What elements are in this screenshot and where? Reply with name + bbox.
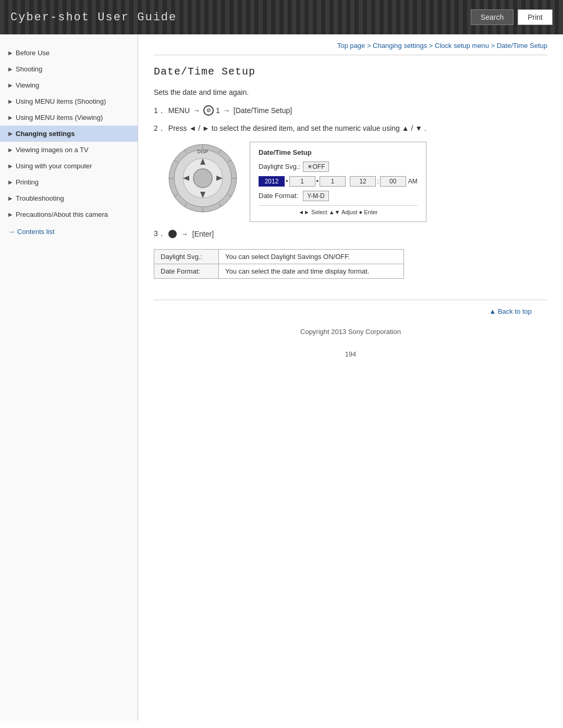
sidebar-item-menu-shooting[interactable]: ▶ Using MENU items (Shooting): [0, 93, 138, 109]
back-to-top-link[interactable]: ▲ Back to top: [489, 307, 532, 315]
ampm-value: AM: [408, 178, 418, 185]
sidebar-item-viewing-tv[interactable]: ▶ Viewing images on a TV: [0, 142, 138, 158]
breadcrumb-top[interactable]: Top page: [337, 42, 365, 50]
breadcrumb: Top page > Changing settings > Clock set…: [154, 34, 547, 55]
table-cell-value-1: You can select Daylight Savings ON/OFF.: [218, 249, 403, 264]
sidebar-item-label: Using MENU items (Shooting): [16, 97, 106, 105]
breadcrumb-changing-settings[interactable]: Changing settings: [373, 42, 427, 50]
print-button[interactable]: Print: [518, 9, 553, 25]
sidebar-arrow-icon: ▶: [8, 66, 13, 72]
sidebar-arrow-icon: ▶: [8, 131, 13, 137]
date-format-row: Date Format: Y-M-D: [259, 191, 418, 201]
step-1-content: MENU → ⊙ 1 → [Date/Time Setup]: [168, 105, 292, 116]
step1-num: 1: [216, 105, 220, 116]
arrow-right-icon: →: [8, 228, 15, 236]
sidebar-arrow-icon: ▶: [8, 147, 13, 153]
sidebar-item-changing-settings[interactable]: ▶ Changing settings: [0, 126, 138, 142]
sidebar-item-label: Viewing: [16, 81, 39, 89]
menu-circle-icon: ⊙: [203, 105, 214, 116]
sidebar-item-computer[interactable]: ▶ Using with your computer: [0, 158, 138, 174]
day-value: 1: [320, 176, 346, 187]
sidebar-item-label: Troubleshooting: [16, 194, 64, 202]
step1-target: [Date/Time Setup]: [234, 105, 292, 116]
sep1: •: [286, 177, 288, 185]
sidebar-item-troubleshooting[interactable]: ▶ Troubleshooting: [0, 190, 138, 206]
breadcrumb-current: Date/Time Setup: [497, 42, 547, 50]
datetime-setup-panel: Date/Time Setup Daylight Svg.: ☀OFF 2012…: [250, 142, 426, 222]
table-cell-label-1: Daylight Svg.:: [154, 249, 219, 264]
date-format-label: Date Format:: [259, 192, 303, 200]
svg-text:DISP: DISP: [197, 149, 208, 154]
sidebar-item-before-use[interactable]: ▶ Before Use: [0, 45, 138, 61]
page-title: Date/Time Setup: [154, 66, 547, 78]
sidebar-item-printing[interactable]: ▶ Printing: [0, 174, 138, 190]
sep2: •: [316, 177, 319, 185]
step3-arrow: →: [181, 230, 188, 238]
step-2: 2． Press ◄ / ► to select the desired ite…: [154, 122, 547, 134]
sidebar-item-shooting[interactable]: ▶ Shooting: [0, 61, 138, 77]
step-2-content: Press ◄ / ► to select the desired item, …: [168, 122, 426, 134]
sidebar-item-label: Viewing images on a TV: [16, 146, 89, 154]
description: Sets the date and time again.: [154, 88, 547, 96]
breadcrumb-sep3: >: [491, 42, 497, 50]
sidebar-arrow-icon: ▶: [8, 179, 13, 185]
table-row-dateformat: Date Format: You can select the date and…: [154, 264, 404, 278]
sidebar-arrow-icon: ▶: [8, 195, 13, 201]
table-row-daylight: Daylight Svg.: You can select Daylight S…: [154, 249, 404, 264]
sep3: :: [377, 177, 379, 185]
arrow-icon-2: →: [223, 105, 230, 116]
table-cell-value-2: You can select the date and time display…: [218, 264, 403, 278]
contents-list-link[interactable]: → Contents list: [0, 223, 138, 241]
page-content: Date/Time Setup Sets the date and time a…: [154, 55, 547, 279]
sidebar-item-viewing[interactable]: ▶ Viewing: [0, 77, 138, 93]
dial-container: DISP: [166, 142, 239, 215]
sidebar-arrow-icon: ▶: [8, 212, 13, 217]
page-number: 194: [154, 346, 547, 362]
info-table: Daylight Svg.: You can select Daylight S…: [154, 249, 404, 279]
breadcrumb-sep2: >: [429, 42, 435, 50]
sidebar-item-label: Printing: [16, 178, 39, 186]
sidebar-item-label: Before Use: [16, 49, 50, 57]
step-1: 1． MENU → ⊙ 1 → [Date/Time Setup]: [154, 105, 547, 116]
minute-value: 00: [380, 176, 406, 187]
footer-bar: ▲ Back to top: [154, 300, 547, 323]
step2-visual-area: DISP: [166, 142, 547, 222]
step-1-num: 1．: [154, 105, 165, 116]
daylight-value: ☀OFF: [303, 162, 329, 172]
step-2-num: 2．: [154, 122, 165, 134]
step-3-num: 3．: [154, 229, 165, 239]
dial-svg: DISP: [166, 142, 239, 215]
search-button[interactable]: Search: [471, 9, 513, 25]
sidebar-arrow-icon: ▶: [8, 82, 13, 88]
app-title: Cyber-shot User Guide: [10, 11, 177, 24]
enter-circle-icon: [168, 230, 177, 238]
sidebar-item-precautions[interactable]: ▶ Precautions/About this camera: [0, 206, 138, 223]
header-actions: Search Print: [471, 9, 553, 25]
datetime-legend: ◄► Select ▲▼ Adjust ● Enter: [259, 205, 418, 215]
year-value: 2012: [259, 176, 285, 187]
step-3: 3． → [Enter]: [154, 229, 547, 239]
arrow-icon: →: [193, 105, 200, 116]
sidebar-item-label: Using MENU items (Viewing): [16, 114, 103, 121]
svg-point-3: [193, 169, 212, 188]
sidebar-item-menu-viewing[interactable]: ▶ Using MENU items (Viewing): [0, 109, 138, 126]
sidebar-arrow-icon: ▶: [8, 163, 13, 169]
sidebar-item-label: Precautions/About this camera: [16, 211, 108, 218]
date-format-value: Y-M-D: [303, 191, 329, 201]
contents-list-label: Contents list: [17, 228, 55, 236]
sidebar-arrow-icon: ▶: [8, 115, 13, 120]
sidebar-arrow-icon: ▶: [8, 50, 13, 56]
sidebar: ▶ Before Use ▶ Shooting ▶ Viewing ▶ Usin…: [0, 34, 138, 721]
menu-text: MENU: [168, 105, 190, 116]
hour-value: 12: [350, 176, 376, 187]
sidebar-item-label: Changing settings: [16, 130, 75, 138]
step3-target: [Enter]: [192, 230, 214, 238]
date-time-row: 2012 • 1 • 1 12 : 00 AM: [259, 176, 418, 187]
sidebar-item-label: Shooting: [16, 65, 42, 73]
datetime-box-title: Date/Time Setup: [259, 149, 418, 156]
copyright: Copyright 2013 Sony Corporation: [154, 323, 547, 346]
table-cell-label-2: Date Format:: [154, 264, 219, 278]
month-value: 1: [289, 176, 315, 187]
header: Cyber-shot User Guide Search Print: [0, 0, 563, 34]
breadcrumb-clock-setup[interactable]: Clock setup menu: [435, 42, 489, 50]
